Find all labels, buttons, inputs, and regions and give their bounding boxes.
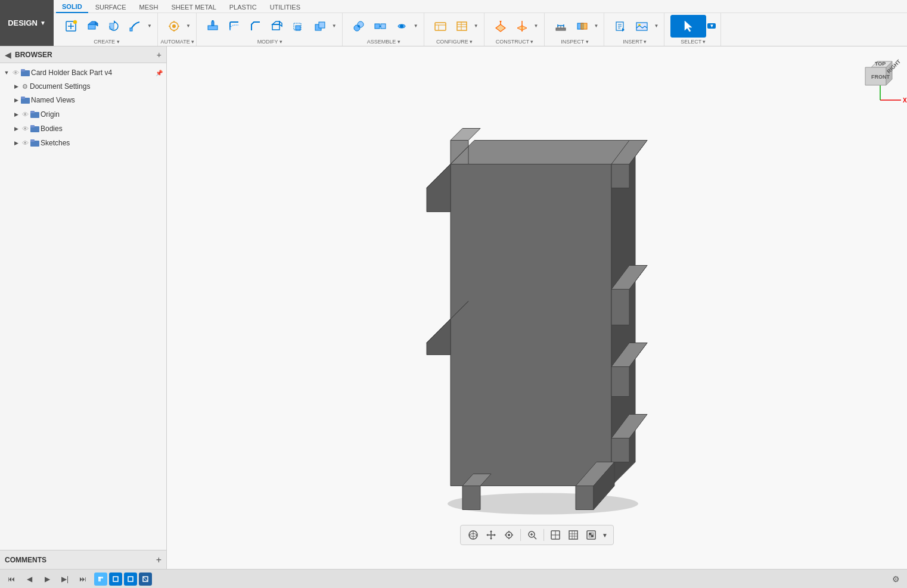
- timeline-item-3[interactable]: [124, 573, 137, 586]
- create-dropdown-arrow[interactable]: ▼: [147, 23, 153, 29]
- tree-item-sketches[interactable]: ▶ 👁 Sketches: [0, 136, 166, 150]
- tree-expand-doc[interactable]: ▶: [12, 82, 20, 91]
- timeline-item-4[interactable]: [139, 573, 152, 586]
- modify-dropdown-arrow[interactable]: ▼: [331, 23, 337, 29]
- svg-rect-22: [272, 24, 279, 30]
- tree-eye-origin[interactable]: 👁: [20, 110, 30, 119]
- svg-rect-18: [208, 26, 218, 30]
- table-button[interactable]: [452, 16, 472, 36]
- svg-point-31: [358, 25, 360, 27]
- tree-eye-sketches[interactable]: 👁: [20, 138, 30, 148]
- configure-dropdown-arrow[interactable]: ▼: [473, 23, 479, 29]
- tree-eye-root[interactable]: 👁: [11, 68, 20, 77]
- tab-plastic[interactable]: PLASTIC: [223, 1, 263, 13]
- svg-rect-33: [381, 24, 386, 29]
- joint-button[interactable]: [349, 16, 369, 36]
- tree-eye-bodies[interactable]: 👁: [20, 124, 30, 133]
- fillet-button[interactable]: [224, 16, 244, 36]
- chamfer-button[interactable]: [246, 16, 266, 36]
- tab-solid[interactable]: SOLID: [56, 1, 88, 13]
- insert-group: ▼ INSERT ▾: [605, 13, 664, 46]
- 3d-model: [403, 92, 671, 523]
- svg-marker-115: [494, 534, 496, 536]
- construct-dropdown-arrow[interactable]: ▼: [533, 23, 539, 29]
- grid-button[interactable]: [566, 527, 581, 543]
- construct-plane-button[interactable]: [490, 16, 511, 36]
- new-component-button[interactable]: [61, 16, 81, 36]
- tree-folder-origin-icon: [30, 109, 41, 120]
- assemble-label: ASSEMBLE ▾: [367, 39, 400, 45]
- design-button[interactable]: DESIGN ▼: [0, 0, 54, 46]
- browser-expand-icon[interactable]: +: [157, 50, 161, 60]
- timeline-item-2[interactable]: [109, 573, 122, 586]
- insert-dropdown-arrow[interactable]: ▼: [653, 23, 659, 29]
- interference-button[interactable]: [572, 16, 592, 36]
- zoom-button[interactable]: [524, 527, 540, 543]
- modify-label: MODIFY ▾: [257, 39, 282, 45]
- tree-label-bodies: Bodies: [41, 125, 164, 133]
- automate-dropdown-arrow[interactable]: ▼: [185, 23, 191, 29]
- modify-group: ▼ MODIFY ▾: [198, 13, 343, 46]
- timeline-prev-button[interactable]: ◀: [23, 573, 36, 586]
- svg-line-123: [534, 537, 536, 539]
- timeline-next-button[interactable]: ▶|: [58, 573, 72, 586]
- tree-item-bodies[interactable]: ▶ 👁 Bodies: [0, 122, 166, 136]
- timeline-play-button[interactable]: ▶: [41, 573, 54, 586]
- tree-expand-sketches[interactable]: ▶: [12, 139, 20, 147]
- svg-point-13: [172, 24, 176, 28]
- configure-button[interactable]: [430, 16, 451, 36]
- view-mode-button[interactable]: [548, 527, 563, 543]
- tab-surface[interactable]: SURFACE: [89, 1, 132, 13]
- tab-utilities[interactable]: UTILITIES: [264, 1, 306, 13]
- svg-rect-46: [556, 28, 566, 30]
- viewport[interactable]: X Z FRONT RIGHT TOP: [167, 46, 907, 569]
- timeline-item-1[interactable]: [94, 573, 107, 586]
- comments-add-icon[interactable]: +: [156, 555, 161, 565]
- orbit-button[interactable]: [465, 527, 481, 543]
- extrude-button[interactable]: [82, 16, 102, 36]
- svg-point-117: [508, 534, 510, 536]
- insert-image-button[interactable]: [632, 16, 652, 36]
- tab-sheet-metal[interactable]: SHEET METAL: [165, 1, 222, 13]
- construct-axis-button[interactable]: [512, 16, 532, 36]
- tree-expand-origin[interactable]: ▶: [12, 110, 20, 119]
- svg-marker-96: [427, 319, 451, 354]
- measure-button[interactable]: [551, 16, 571, 36]
- tree-item-doc-settings[interactable]: ▶ ⚙ Document Settings: [0, 80, 166, 93]
- tree-item-named-views[interactable]: ▶ Named Views: [0, 93, 166, 107]
- combine-button[interactable]: [310, 16, 330, 36]
- tab-mesh[interactable]: MESH: [133, 1, 164, 13]
- timeline-first-button[interactable]: ⏮: [5, 573, 18, 586]
- tree-expand-views[interactable]: ▶: [12, 96, 20, 104]
- shell-button[interactable]: [267, 16, 287, 36]
- tree-pin-icon[interactable]: 📌: [154, 68, 164, 77]
- pan-button[interactable]: [483, 527, 499, 543]
- display-button[interactable]: [583, 527, 599, 543]
- tree-item-root[interactable]: ▼ 👁 Card Holder Back Part v4 📌: [0, 66, 166, 80]
- press-pull-button[interactable]: [203, 16, 223, 36]
- svg-marker-79: [611, 164, 629, 188]
- tree-item-origin[interactable]: ▶ 👁 Origin: [0, 107, 166, 122]
- select-label: SELECT ▾: [681, 39, 706, 45]
- insert-derive-button[interactable]: [610, 16, 630, 36]
- scale-button[interactable]: [288, 16, 309, 36]
- timeline-last-button[interactable]: ⏭: [76, 573, 89, 586]
- revolve-button[interactable]: [104, 16, 124, 36]
- look-at-button[interactable]: [501, 527, 517, 543]
- view-cube[interactable]: X Z FRONT RIGHT TOP: [853, 52, 901, 100]
- browser-collapse-icon[interactable]: ◀: [5, 50, 11, 60]
- select-dropdown-arrow[interactable]: ▼: [707, 23, 716, 29]
- select-button[interactable]: [670, 15, 706, 38]
- inspect-dropdown-arrow[interactable]: ▼: [594, 23, 600, 29]
- settings-gear-button[interactable]: ⚙: [889, 573, 902, 586]
- drive-button[interactable]: [392, 16, 412, 36]
- display-dropdown-arrow[interactable]: ▼: [601, 532, 608, 539]
- assemble-group: ▼ ASSEMBLE ▾: [344, 13, 424, 46]
- rigid-group-button[interactable]: [370, 16, 390, 36]
- sweep-button[interactable]: [125, 16, 145, 36]
- automate-button[interactable]: [164, 16, 184, 36]
- tree-expand-bodies[interactable]: ▶: [12, 125, 20, 133]
- configure-label: CONFIGURE ▾: [436, 39, 473, 45]
- assemble-dropdown-arrow[interactable]: ▼: [413, 23, 419, 29]
- tree-expand-root[interactable]: ▼: [2, 69, 11, 77]
